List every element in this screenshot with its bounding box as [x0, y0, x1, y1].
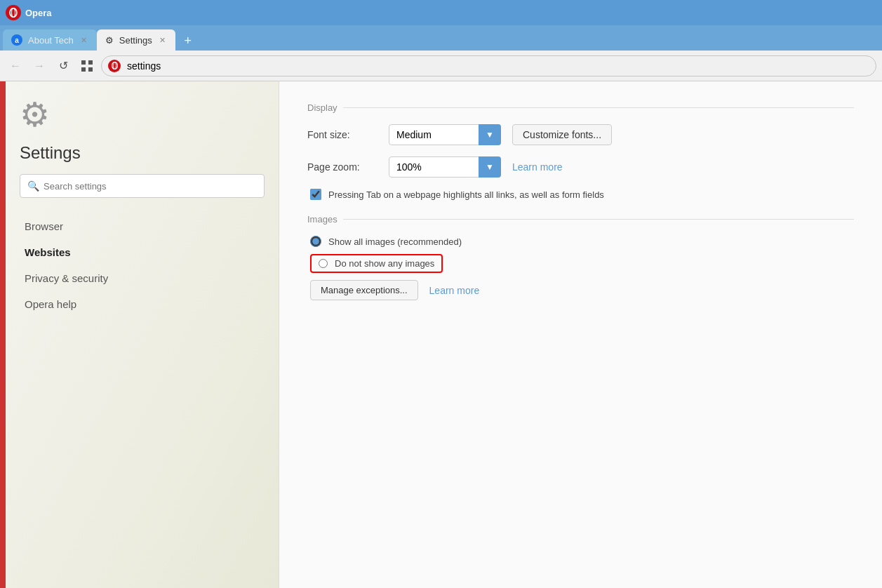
address-input[interactable] — [101, 55, 876, 76]
show-all-images-row: Show all images (recommended) — [310, 236, 854, 247]
tab-settings-label: Settings — [119, 35, 152, 46]
images-section-header: Images — [307, 214, 854, 225]
svg-point-6 — [112, 62, 117, 69]
main-area: ⚙ Settings 🔍 Browser Websites Privacy & … — [0, 81, 882, 588]
sidebar-item-browser[interactable]: Browser — [20, 215, 265, 238]
page-zoom-learn-more[interactable]: Learn more — [512, 161, 563, 173]
tab-highlight-row: Pressing Tab on a webpage highlights all… — [310, 189, 854, 200]
do-not-show-images-label: Do not show any images — [335, 258, 434, 269]
page-zoom-select[interactable]: 100% 75% 90% 110% 125% 150% 175% 200% — [389, 156, 501, 178]
do-not-show-images-highlight-box: Do not show any images — [310, 254, 443, 273]
sidebar-gear-icon: ⚙ — [20, 98, 265, 132]
sidebar-title: Settings — [20, 143, 265, 163]
page-zoom-label: Page zoom: — [307, 161, 377, 173]
do-not-show-images-row: Do not show any images — [310, 254, 854, 273]
search-input[interactable] — [44, 181, 257, 192]
tab-highlight-checkbox[interactable] — [310, 189, 321, 200]
sidebar-item-websites[interactable]: Websites — [20, 241, 265, 264]
tab-about-tech-icon: a — [11, 34, 22, 46]
do-not-show-images-radio[interactable] — [319, 259, 328, 268]
images-section: Images Show all images (recommended) Do … — [307, 214, 854, 300]
manage-exceptions-button[interactable]: Manage exceptions... — [310, 280, 418, 300]
forward-button[interactable]: → — [29, 56, 49, 76]
show-all-images-radio[interactable] — [310, 236, 321, 247]
tab-about-tech[interactable]: a About Tech ✕ — [3, 29, 97, 51]
svg-rect-5 — [88, 67, 93, 72]
tab-settings[interactable]: ⚙ Settings ✕ — [97, 29, 175, 51]
search-box[interactable]: 🔍 — [20, 174, 265, 198]
svg-point-1 — [12, 8, 15, 18]
tab-settings-icon: ⚙ — [105, 35, 114, 46]
tab-about-tech-label: About Tech — [28, 35, 74, 46]
title-bar: Opera — [0, 0, 882, 25]
svg-point-7 — [113, 62, 116, 69]
svg-rect-3 — [88, 60, 93, 65]
grid-button[interactable] — [77, 56, 97, 76]
customize-fonts-button[interactable]: Customize fonts... — [512, 124, 612, 145]
address-opera-icon — [108, 60, 121, 72]
settings-content: Display Font size: Medium Small Large Ve… — [279, 81, 882, 588]
sidebar: ⚙ Settings 🔍 Browser Websites Privacy & … — [6, 81, 279, 588]
reload-button[interactable]: ↺ — [53, 56, 73, 76]
svg-rect-2 — [81, 60, 86, 65]
font-size-select[interactable]: Medium Small Large Very Large — [389, 124, 501, 145]
back-button[interactable]: ← — [6, 56, 25, 76]
tab-about-tech-close[interactable]: ✕ — [79, 36, 88, 45]
app-title: Opera — [25, 8, 52, 18]
sidebar-nav: Browser Websites Privacy & security Oper… — [20, 215, 265, 316]
search-icon: 🔍 — [27, 180, 39, 192]
images-learn-more[interactable]: Learn more — [429, 285, 480, 296]
sidebar-item-privacy-security[interactable]: Privacy & security — [20, 267, 265, 290]
font-size-row: Font size: Medium Small Large Very Large… — [307, 124, 854, 145]
tab-bar: a About Tech ✕ ⚙ Settings ✕ + — [0, 25, 882, 51]
tab-settings-close[interactable]: ✕ — [158, 36, 167, 45]
show-all-images-label: Show all images (recommended) — [328, 236, 462, 247]
display-section-header: Display — [307, 102, 854, 113]
opera-logo — [6, 5, 21, 20]
font-size-label: Font size: — [307, 129, 377, 140]
page-zoom-row: Page zoom: 100% 75% 90% 110% 125% 150% 1… — [307, 156, 854, 178]
page-zoom-select-wrapper: 100% 75% 90% 110% 125% 150% 175% 200% ▼ — [389, 156, 501, 178]
nav-bar: ← → ↺ — [0, 51, 882, 81]
address-bar-wrapper — [101, 55, 876, 76]
manage-exceptions-row: Manage exceptions... Learn more — [310, 280, 854, 300]
svg-point-0 — [10, 8, 17, 18]
tab-add-button[interactable]: + — [178, 31, 198, 51]
tab-highlight-label: Pressing Tab on a webpage highlights all… — [328, 189, 604, 200]
font-size-select-wrapper: Medium Small Large Very Large ▼ — [389, 124, 501, 145]
svg-rect-4 — [81, 67, 86, 72]
left-accent-bar — [0, 81, 6, 588]
sidebar-item-opera-help[interactable]: Opera help — [20, 293, 265, 316]
